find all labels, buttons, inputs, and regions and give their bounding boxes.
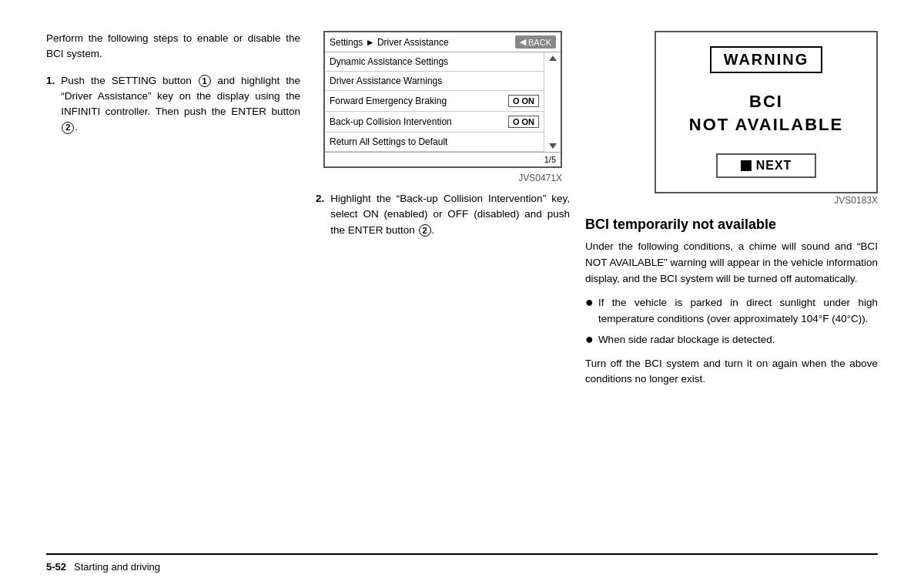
bci-heading: BCI temporarily not available — [585, 217, 878, 233]
menu-item-4-badge: O ON — [508, 116, 539, 128]
screen-menu: Dynamic Assistance Settings Driver Assis… — [325, 52, 544, 152]
step-1-number: 1. — [46, 73, 55, 136]
menu-item-1-label: Dynamic Assistance Settings — [330, 56, 448, 67]
menu-item-3[interactable]: Forward Emergency Braking O ON — [325, 91, 544, 112]
warning-not-available: NOT AVAILABLE — [689, 115, 843, 135]
menu-item-4[interactable]: Back-up Collision Intervention O ON — [325, 112, 544, 133]
warning-box: WARNING BCI NOT AVAILABLE NEXT — [654, 31, 878, 193]
screen-body: Dynamic Assistance Settings Driver Assis… — [325, 52, 561, 152]
scroll-up-arrow[interactable] — [549, 55, 557, 61]
bci-section: BCI temporarily not available Under the … — [585, 217, 878, 388]
warning-container: WARNING BCI NOT AVAILABLE NEXT JVS0183X — [585, 31, 878, 206]
back-button[interactable]: ◀ BACK — [515, 35, 556, 49]
next-icon — [741, 160, 752, 171]
bci-list-item-2-text: When side radar blockage is detected. — [598, 332, 775, 348]
screen-image: Settings ► Driver Assistance ◀ BACK Dyna… — [323, 31, 562, 168]
bullet-2: ● — [585, 332, 594, 348]
left-column: Perform the following steps to enable or… — [46, 31, 300, 546]
menu-item-2[interactable]: Driver Assistance Warnings — [325, 72, 544, 91]
step-1: 1. Push the SETTING button 1 and highlig… — [46, 73, 300, 136]
circle-2: 2 — [62, 122, 74, 134]
screen-footer: 1/5 — [325, 152, 561, 166]
step-2: 2. Highlight the “Back-up Collision Inte… — [316, 191, 570, 238]
screen-caption: JVS0471X — [323, 173, 562, 183]
menu-item-5[interactable]: Return All Settings to Default — [325, 133, 544, 152]
content-area: Perform the following steps to enable or… — [46, 31, 878, 546]
warning-next-label: NEXT — [756, 159, 792, 173]
intro-text: Perform the following steps to enable or… — [46, 31, 300, 62]
scroll-down-arrow[interactable] — [549, 143, 557, 149]
page-section: Starting and driving — [74, 561, 160, 573]
steps-list: 1. Push the SETTING button 1 and highlig… — [46, 73, 300, 136]
menu-item-4-label: Back-up Collision Intervention — [330, 116, 452, 127]
scroll-bar — [544, 52, 561, 152]
menu-item-1[interactable]: Dynamic Assistance Settings — [325, 52, 544, 72]
page-indicator: 1/5 — [544, 155, 556, 164]
warning-caption: JVS0183X — [654, 195, 878, 206]
menu-item-2-label: Driver Assistance Warnings — [330, 76, 442, 86]
warning-next-button[interactable]: NEXT — [716, 153, 817, 178]
step-2-number: 2. — [316, 191, 324, 238]
right-column: WARNING BCI NOT AVAILABLE NEXT JVS0183X … — [585, 31, 878, 546]
page-number: 5-52 — [46, 561, 66, 573]
footer: 5-52 Starting and driving — [46, 553, 878, 573]
bci-list-item-1: ● If the vehicle is parked in direct sun… — [585, 295, 878, 328]
screen-header: Settings ► Driver Assistance ◀ BACK — [325, 32, 561, 52]
menu-item-5-label: Return All Settings to Default — [330, 136, 447, 147]
bci-turn-off: Turn off the BCI system and turn it on a… — [585, 356, 878, 388]
step-1-text: Push the SETTING button 1 and highlight … — [61, 73, 300, 136]
bci-list: ● If the vehicle is parked in direct sun… — [585, 295, 878, 348]
bci-list-item-1-text: If the vehicle is parked in direct sunli… — [598, 295, 878, 328]
middle-column: Settings ► Driver Assistance ◀ BACK Dyna… — [316, 31, 570, 546]
bullet-1: ● — [585, 295, 594, 328]
circle-1: 1 — [199, 75, 211, 87]
screen-title: Settings ► Driver Assistance — [330, 37, 449, 48]
bci-body: Under the following conditions, a chime … — [585, 239, 878, 287]
bci-list-item-2: ● When side radar blockage is detected. — [585, 332, 878, 348]
warning-title: WARNING — [710, 46, 823, 73]
circle-2b: 2 — [419, 224, 431, 237]
warning-bci: BCI — [749, 92, 783, 112]
menu-item-3-badge: O ON — [508, 95, 539, 107]
step-2-text: Highlight the “Back-up Collision Interve… — [330, 191, 570, 238]
page: Perform the following steps to enable or… — [0, 0, 924, 588]
menu-item-3-label: Forward Emergency Braking — [330, 96, 447, 106]
